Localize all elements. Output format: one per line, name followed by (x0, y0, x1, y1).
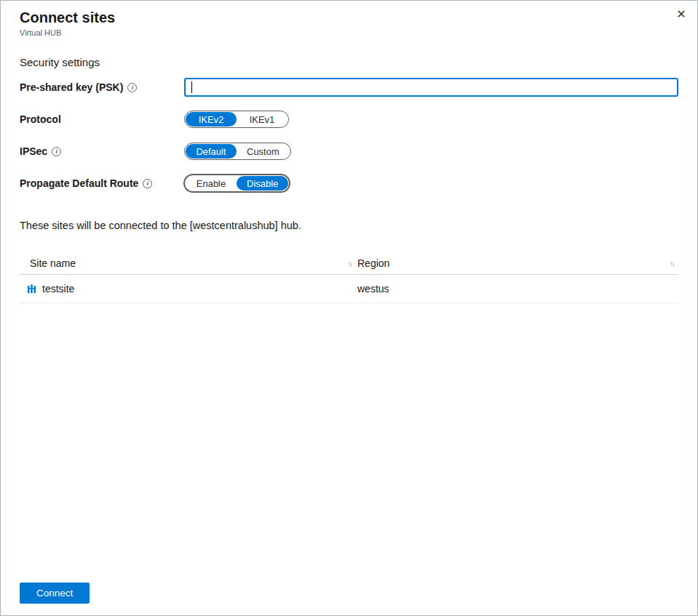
psk-label: Pre-shared key (PSK) (20, 81, 123, 93)
region-value: westus (357, 283, 389, 295)
ipsec-option-default[interactable]: Default (186, 144, 237, 159)
sort-icon[interactable]: ↑↓ (347, 260, 352, 268)
connect-button[interactable]: Connect (20, 583, 90, 604)
ipsec-option-custom[interactable]: Custom (237, 144, 290, 159)
ipsec-info-icon[interactable]: i (52, 147, 61, 156)
protocol-label: Protocol (20, 113, 61, 125)
propagate-label: Propagate Default Route (20, 177, 138, 189)
protocol-label-group: Protocol (20, 113, 184, 125)
protocol-row: Protocol IKEv2 IKEv1 (20, 110, 678, 129)
column-header-region[interactable]: Region ↑↓ (357, 252, 678, 274)
text-caret (191, 81, 192, 93)
psk-row: Pre-shared key (PSK) i (20, 78, 678, 97)
ipsec-toggle: Default Custom (184, 143, 291, 160)
table-header-row: Site name ↑↓ Region ↑↓ (20, 252, 678, 275)
psk-info-icon[interactable]: i (127, 83, 137, 92)
psk-label-group: Pre-shared key (PSK) i (20, 81, 184, 93)
hub-connection-message: These sites will be connected to the [we… (20, 220, 678, 231)
close-icon[interactable]: ✕ (673, 6, 689, 22)
propagate-info-icon[interactable]: i (143, 179, 152, 188)
propagate-toggle: Enable Disable (184, 175, 290, 192)
region-cell: westus (357, 275, 678, 303)
site-name-cell: testsite (20, 275, 357, 303)
site-name-header-label: Site name (30, 257, 76, 269)
sort-icon[interactable]: ↑↓ (670, 260, 674, 268)
protocol-option-ikev1[interactable]: IKEv1 (237, 112, 287, 127)
page-title: Connect sites (20, 9, 678, 26)
propagate-option-enable[interactable]: Enable (186, 176, 237, 191)
propagate-label-group: Propagate Default Route i (20, 177, 184, 189)
column-header-site-name[interactable]: Site name ↑↓ (20, 252, 357, 274)
ipsec-label-group: IPSec i (20, 145, 184, 157)
region-header-label: Region (357, 257, 389, 269)
protocol-toggle: IKEv2 IKEv1 (184, 111, 289, 128)
site-icon (27, 284, 37, 294)
protocol-option-ikev2[interactable]: IKEv2 (186, 112, 237, 127)
psk-input[interactable] (184, 78, 678, 97)
connect-sites-panel: ✕ Connect sites Virtual HUB Security set… (0, 0, 698, 616)
panel-header: Connect sites Virtual HUB (1, 1, 697, 37)
ipsec-label: IPSec (20, 145, 47, 157)
propagate-row: Propagate Default Route i Enable Disable (20, 174, 678, 193)
panel-footer: Connect (1, 583, 697, 615)
propagate-option-disable[interactable]: Disable (237, 176, 288, 191)
page-subtitle: Virtual HUB (20, 28, 678, 37)
site-name-value: testsite (42, 283, 74, 295)
sites-table: Site name ↑↓ Region ↑↓ (20, 252, 678, 303)
psk-input-wrap (184, 78, 678, 97)
table-row[interactable]: testsite westus (20, 275, 678, 303)
ipsec-row: IPSec i Default Custom (20, 142, 678, 161)
security-settings-heading: Security settings (20, 56, 678, 68)
